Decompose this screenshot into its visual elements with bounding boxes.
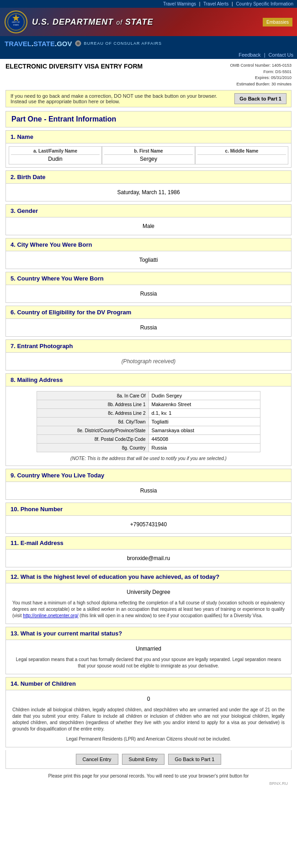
table-row: 8a. In Care Of Dudin Sergey [37, 392, 260, 400]
section-11-label: 11. E-mail Address [11, 540, 286, 546]
section-9-content: Russia [5, 482, 292, 500]
section-8-label: 8. Mailing Address [11, 376, 286, 383]
lpr-note: Legal Permanent Residents (LPR) and Amer… [9, 734, 288, 744]
bureau-text: Bureau of Consular Affairs [84, 41, 162, 46]
education-value: University Degree [9, 586, 288, 598]
first-name-value: Sergey [104, 156, 193, 162]
warning-box: If you need to go back and make a correc… [5, 90, 292, 107]
birth-date-value: Saturday, March 11, 1986 [9, 186, 288, 198]
travel-alerts-link[interactable]: Travel Alerts [203, 1, 228, 6]
section-3-label: 3. Gender [11, 207, 286, 214]
warning-text: If you need to go back and make a correc… [11, 93, 230, 104]
section-13-label: 13. What is your current marital status? [11, 630, 286, 637]
travel-logo: TRAVEL.STATE.GOV [5, 40, 72, 48]
section-11-header: 11. E-mail Address [5, 536, 292, 550]
section-13-header: 13. What is your current marital status? [5, 627, 292, 640]
middle-name-field: c. Middle Name [195, 146, 288, 164]
embassies-button[interactable]: Embassies [263, 18, 292, 26]
section-14-header: 14. Number of Children [5, 677, 292, 690]
middle-name-label: c. Middle Name [197, 148, 286, 155]
submit-entry-button[interactable]: Submit Entry [122, 754, 164, 765]
watermark: BRNX.RU [5, 780, 292, 787]
section-12-content: University Degree You must have a minimu… [5, 583, 292, 624]
table-row: 8d. City/Town Togliatti [37, 418, 260, 426]
cancel-entry-button[interactable]: Cancel Entry [76, 754, 118, 765]
section-10-header: 10. Phone Number [5, 503, 292, 516]
section-6-label: 6. Country of Eligibility for the DV Pro… [11, 309, 286, 316]
last-name-label: a. Last/Family Name [11, 148, 100, 155]
onet-link[interactable]: http://online.onetcenter.org/ [23, 613, 78, 618]
svg-text:DEPT OF: DEPT OF [12, 21, 20, 23]
section-6-header: 6. Country of Eligibility for the DV Pro… [5, 306, 292, 319]
svg-text:STATE: STATE [13, 24, 19, 26]
birth-country-value: Russia [9, 288, 288, 300]
section-2-header: 2. Birth Date [5, 170, 292, 184]
header-band: U.S. DEPT OF STATE U.S. DEPARTMENT of ST… [0, 8, 297, 36]
marital-legal-note: Legal separation means that a court has … [9, 655, 288, 671]
section-2-content: Saturday, March 11, 1986 [5, 184, 292, 201]
section-9-header: 9. Country Where You Live Today [5, 469, 292, 482]
phone-value: +79057431940 [9, 519, 288, 530]
state-dept-seal: U.S. DEPT OF STATE [5, 11, 27, 33]
children-info: Children include all biological children… [9, 705, 288, 734]
eligibility-country-value: Russia [9, 322, 288, 333]
photograph-value: (Photograph received) [9, 355, 288, 367]
go-back-part1-bottom-button[interactable]: Go Back to Part 1 [168, 754, 222, 765]
children-count-value: 0 [9, 693, 288, 705]
section-1-label: 1. Name [11, 133, 286, 140]
table-row: 8c. Address Line 2 d.1, kv. 1 [37, 409, 260, 418]
current-country-value: Russia [9, 485, 288, 497]
section-7-label: 7. Entrant Photograph [11, 343, 286, 349]
section-4-header: 4. City Where You Were Born [5, 238, 292, 251]
part-one-header: Part One - Entrant Information [5, 111, 292, 127]
section-8-content: 8a. In Care Of Dudin Sergey 8b. Address … [5, 386, 292, 466]
section-9-label: 9. Country Where You Live Today [11, 472, 286, 479]
feedback-link[interactable]: Feedback [239, 52, 260, 58]
contact-link[interactable]: Contact Us [269, 52, 293, 58]
first-name-label: b. First Name [104, 148, 193, 155]
section-8-header: 8. Mailing Address [5, 373, 292, 386]
section-6-content: Russia [5, 319, 292, 337]
section-12-label: 12. What is the highest level of educati… [11, 573, 286, 580]
section-5-header: 5. Country Where You Were Born [5, 272, 292, 285]
table-row: 8e. District/County/Province/State Samar… [37, 426, 260, 435]
section-3-content: Male [5, 217, 292, 235]
feedback-bar: Feedback | Contact Us [0, 51, 297, 59]
table-row: 8f. Postal Code/Zip Code 445008 [37, 435, 260, 444]
section-4-content: Togliatti [5, 251, 292, 269]
section-12-header: 12. What is the highest level of educati… [5, 570, 292, 583]
bottom-button-row: Cancel Entry Submit Entry Go Back to Par… [5, 750, 292, 769]
travel-warnings-link[interactable]: Travel Warnings [163, 1, 196, 6]
address-table: 8a. In Care Of Dudin Sergey 8b. Address … [37, 391, 260, 452]
section-7-header: 7. Entrant Photograph [5, 339, 292, 353]
section-1-content: a. Last/Family Name Dudin b. First Name … [5, 143, 292, 168]
dept-title: U.S. DEPARTMENT of STATE [32, 17, 263, 27]
gear-icon [75, 40, 81, 47]
last-name-value: Dudin [11, 156, 100, 162]
svg-point-7 [77, 42, 80, 45]
main-content: ELECTRONIC DIVERSITY VISA ENTRY FORM OMB… [0, 59, 297, 790]
section-14-label: 14. Number of Children [11, 680, 286, 687]
marital-status-value: Unmarried [9, 643, 288, 655]
birth-city-value: Togliatti [9, 254, 288, 266]
table-row: 8g. Country Russia [37, 444, 260, 452]
section-10-label: 10. Phone Number [11, 506, 286, 513]
gender-value: Male [9, 220, 288, 232]
address-note: (NOTE: This is the address that will be … [9, 454, 288, 463]
name-fields: a. Last/Family Name Dudin b. First Name … [9, 146, 288, 164]
table-row: 8b. Address Line 1 Makarenko Street [37, 400, 260, 409]
section-7-content: (Photograph received) [5, 353, 292, 370]
go-back-part1-top-button[interactable]: Go Back to Part 1 [234, 93, 286, 104]
section-10-content: +79057431940 [5, 516, 292, 534]
section-14-content: 0 Children include all biological childr… [5, 690, 292, 747]
last-name-field: a. Last/Family Name Dudin [9, 146, 102, 164]
form-title: ELECTRONIC DIVERSITY VISA ENTRY FORM [5, 63, 230, 70]
top-nav: Travel Warnings | Travel Alerts | Countr… [0, 0, 297, 8]
email-value: bronxide@mail.ru [9, 552, 288, 564]
part-one-title: Part One - Entrant Information [11, 115, 286, 123]
omb-info: OMB Control Number: 1405-0153 Form: DS-5… [230, 63, 292, 87]
section-13-content: Unmarried Legal separation means that a … [5, 640, 292, 674]
section-5-content: Russia [5, 285, 292, 303]
section-2-label: 2. Birth Date [11, 174, 286, 180]
country-specific-link[interactable]: Country Specific Information [236, 1, 293, 6]
